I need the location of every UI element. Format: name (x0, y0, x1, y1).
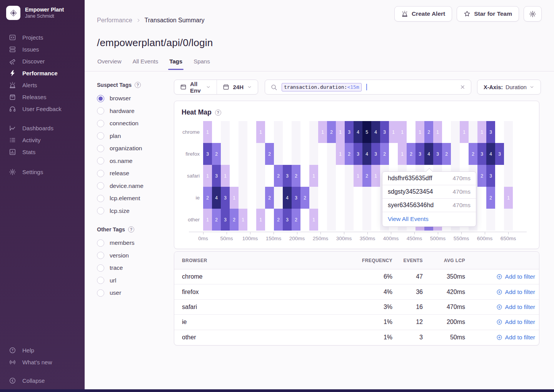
heatmap-cell[interactable]: 2 (274, 209, 283, 231)
radio-button[interactable] (97, 145, 104, 152)
tag-radio-plan[interactable]: plan (97, 130, 168, 143)
time-range-selector[interactable]: 24H (217, 80, 258, 94)
heatmap-cell[interactable]: 2 (274, 165, 283, 187)
heatmap-cell[interactable]: 4 (424, 143, 433, 165)
heatmap-cell[interactable]: 3 (486, 121, 495, 143)
radio-button[interactable] (97, 195, 104, 202)
tab-spans[interactable]: Spans (194, 58, 210, 70)
tag-radio-members[interactable]: members (97, 237, 168, 249)
heatmap-cell[interactable]: 3 (345, 121, 354, 143)
create-alert-button[interactable]: Create Alert (394, 6, 452, 22)
star-for-team-button[interactable]: Star for Team (457, 6, 519, 22)
heatmap-cell[interactable]: 3 (283, 165, 292, 187)
heatmap-cell[interactable]: 2 (477, 165, 486, 187)
heatmap-cell[interactable]: 2 (212, 209, 221, 231)
heatmap-cell[interactable]: 2 (203, 187, 212, 209)
heatmap-cell[interactable]: 1 (504, 187, 513, 209)
heatmap-cell[interactable]: 2 (442, 143, 451, 165)
heatmap-cell[interactable]: 2 (327, 121, 336, 143)
heatmap-cell[interactable]: 1 (309, 209, 318, 231)
heatmap-cell[interactable]: 3 (354, 143, 362, 165)
tag-radio-hardware[interactable]: hardware (97, 105, 168, 118)
heatmap-cell[interactable]: 2 (265, 143, 274, 165)
add-to-filter-button[interactable]: Add to filter (465, 319, 540, 326)
heatmap-cell[interactable]: 5 (362, 121, 371, 143)
tag-radio-release[interactable]: release (97, 167, 168, 180)
tooltip-event-row[interactable]: hdsfhr635635dff470ms (382, 172, 476, 185)
heatmap-cell[interactable]: 2 (292, 209, 300, 231)
heatmap-cell[interactable]: 4 (212, 187, 221, 209)
heatmap-cell[interactable]: 1 (336, 121, 345, 143)
view-all-events-link[interactable]: View All Events (382, 212, 476, 226)
radio-button[interactable] (97, 252, 104, 259)
tag-radio-lcp-size[interactable]: lcp.size (97, 205, 168, 218)
x-axis-selector[interactable]: X-Axis: Duration (477, 80, 541, 95)
sidebar-item-settings[interactable]: Settings (0, 166, 85, 178)
sidebar-item-what-s-new[interactable]: What’s new (0, 356, 85, 368)
tooltip-event-row[interactable]: sdgsty34523454470ms (382, 185, 476, 199)
org-switcher[interactable]: Empower Plant Jane Schmidt (6, 6, 64, 20)
heatmap-cell[interactable]: 1 (239, 209, 247, 231)
heatmap-cell[interactable]: 1 (318, 121, 327, 143)
search-input[interactable]: transaction.duration:<15m (265, 80, 471, 95)
add-to-filter-button[interactable]: Add to filter (465, 273, 540, 280)
heatmap-cell[interactable]: 3 (212, 165, 221, 187)
heatmap-cell[interactable]: 2 (300, 187, 309, 209)
radio-button[interactable] (97, 239, 104, 247)
heatmap-cell[interactable]: 2 (345, 143, 354, 165)
help-circle-icon[interactable]: ? (135, 82, 141, 88)
add-to-filter-button[interactable]: Add to filter (465, 304, 540, 311)
heatmap-cell[interactable]: 2 (407, 143, 416, 165)
radio-button[interactable] (97, 95, 104, 102)
heatmap-cell[interactable]: 2 (265, 187, 274, 209)
radio-button[interactable] (97, 157, 104, 164)
add-to-filter-button[interactable]: Add to filter (465, 334, 540, 341)
heatmap-cell[interactable]: 3 (283, 209, 292, 231)
search-token[interactable]: transaction.duration:<15m (282, 83, 362, 91)
heatmap-cell[interactable]: 2 (380, 143, 389, 165)
heatmap-cell[interactable]: 3 (416, 143, 424, 165)
radio-button[interactable] (97, 107, 104, 115)
tag-radio-url[interactable]: url (97, 274, 168, 287)
heatmap-cell[interactable]: 1 (477, 121, 486, 143)
heatmap-cell[interactable]: 1 (336, 143, 345, 165)
heatmap-cell[interactable]: 3 (486, 165, 495, 187)
radio-button[interactable] (97, 264, 104, 272)
sidebar-item-dashboards[interactable]: Dashboards (0, 122, 85, 134)
tooltip-event-row[interactable]: syer63456346hd470ms (382, 199, 476, 212)
heatmap-cell[interactable]: 2 (486, 187, 495, 209)
tag-radio-lcp-element[interactable]: lcp.element (97, 192, 168, 205)
help-circle-icon[interactable]: ? (128, 226, 134, 233)
sidebar-item-stats[interactable]: Stats (0, 146, 85, 158)
heatmap-cell[interactable]: 1 (203, 121, 212, 143)
sidebar-item-releases[interactable]: Releases (0, 91, 85, 103)
heatmap-cell[interactable]: 1 (309, 165, 318, 187)
heatmap-cell[interactable]: 2 (292, 165, 300, 187)
heatmap-cell[interactable]: 1 (203, 209, 212, 231)
tag-radio-device-name[interactable]: device.name (97, 180, 168, 193)
heatmap-cell[interactable]: 2 (230, 209, 239, 231)
heatmap-cell[interactable]: 3 (203, 143, 212, 165)
environment-selector[interactable]: All Env (174, 80, 217, 94)
sidebar-item-alerts[interactable]: Alerts (0, 79, 85, 91)
tag-radio-organization[interactable]: organization (97, 142, 168, 155)
sidebar-item-help[interactable]: ?Help (0, 344, 85, 356)
radio-button[interactable] (97, 207, 104, 214)
heatmap-cell[interactable]: 1 (221, 165, 230, 187)
heatmap-cell[interactable]: 4 (486, 143, 495, 165)
heatmap-cell[interactable]: 3 (221, 187, 230, 209)
heatmap-cell[interactable]: 4 (283, 187, 292, 209)
heatmap-cell[interactable]: 2 (469, 143, 477, 165)
clear-search-icon[interactable] (460, 84, 466, 90)
heatmap-cell[interactable]: 1 (371, 165, 380, 187)
heatmap-cell[interactable]: 3 (495, 143, 504, 165)
sidebar-item-activity[interactable]: Activity (0, 134, 85, 146)
add-to-filter-button[interactable]: Add to filter (465, 289, 540, 296)
sidebar-item-collapse[interactable]: Collapse (0, 375, 85, 387)
tag-radio-user[interactable]: user (97, 287, 168, 299)
heatmap-cell[interactable]: 1 (398, 143, 407, 165)
heatmap-cell[interactable]: 4 (354, 121, 362, 143)
heatmap-cell[interactable]: 2 (212, 143, 221, 165)
heatmap-cell[interactable]: 3 (380, 121, 389, 143)
tag-radio-version[interactable]: version (97, 249, 168, 262)
